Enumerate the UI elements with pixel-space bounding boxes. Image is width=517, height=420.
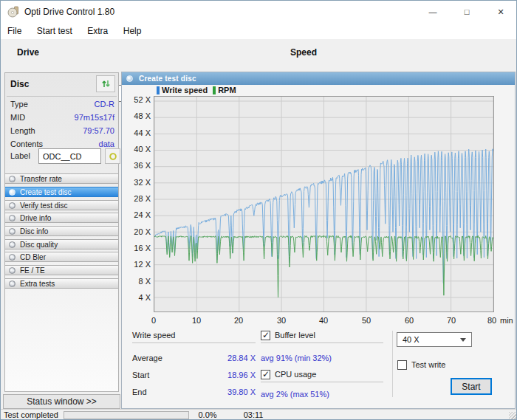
panel-title: Create test disc [139,75,196,83]
y-tick: 44 X [117,128,151,137]
y-tick: 8 X [117,277,151,286]
test-write-checkbox[interactable] [397,360,407,370]
disc-icon [9,254,16,261]
menu-file[interactable]: File [1,23,27,39]
disc-panel-title: Disc [10,79,29,89]
sidebar-item-transfer-rate[interactable]: Transfer rate [5,173,118,184]
sidebar-item-fe-te[interactable]: FE / TE [5,265,118,275]
app-icon [7,6,19,18]
x-tick: 60 [394,316,424,325]
write-speed-select[interactable]: 40 X [397,332,472,347]
disc-icon [9,280,16,287]
disc-field-length: Length 79:57.70 [10,126,114,137]
status-window-button[interactable]: Status window >> [3,394,120,409]
buffer-level-checkbox[interactable] [261,331,270,340]
label-field-caption: Label [10,151,30,160]
disc-refresh-button[interactable] [96,75,115,92]
y-tick: 16 X [117,244,151,252]
disc-icon [9,267,16,274]
y-tick: 24 X [117,210,151,219]
close-button[interactable]: ✕ [484,1,517,23]
divider [261,382,383,382]
x-tick: 40 [309,316,338,325]
title-bar: Opti Drive Control 1.80 — □ ✕ [1,1,517,23]
x-tick: 30 [267,316,296,325]
y-tick: 32 X [117,178,151,187]
disc-icon [126,75,133,82]
sidebar-item-create-test-disc[interactable]: Create test disc [5,187,118,197]
field-label: MID [10,113,25,122]
x-tick: 50 [352,316,381,325]
sidebar-item-drive-info[interactable]: Drive info [5,213,118,223]
y-tick: 4 X [117,293,151,302]
buffer-level-label: Buffer level [275,331,315,340]
sidebar-item-disc-info[interactable]: Disc info [5,226,118,236]
cpu-usage-label: CPU usage [275,370,316,379]
menu-bar: File Start test Extra Help [1,23,517,39]
sidebar-item-disc-quality[interactable]: Disc quality [5,239,118,249]
sidebar-item-label: Disc info [20,227,48,235]
toolbar: Drive (F:) PIONEER BD-RW BDR-S13JX 1.03 … [1,39,517,71]
sidebar-item-label: Verify test disc [20,202,67,210]
x-tick: 10 [182,316,211,325]
end-label: End [132,388,147,396]
x-tick: 20 [224,316,253,325]
start-button[interactable]: Start [451,378,492,395]
disc-label-input[interactable] [38,148,101,164]
x-axis-unit: min [500,316,513,325]
divider [7,96,117,97]
field-label: Contents [10,140,43,148]
disc-icon [9,202,16,209]
menu-help[interactable]: Help [117,23,148,39]
field-label: Length [10,126,35,135]
y-tick: 28 X [117,194,151,203]
y-tick: 12 X [117,260,151,269]
elapsed-time: 03:11 [237,410,270,419]
legend-label-rpm: RPM [218,86,236,94]
maximize-button[interactable]: □ [450,1,484,23]
write-speed-section-title: Write speed [132,331,176,340]
buffer-level-value: avg 91% (min 32%) [261,354,332,362]
resize-grip[interactable] [509,412,516,419]
menu-extra[interactable]: Extra [81,23,114,39]
status-text: Test completed [4,410,58,419]
sidebar-item-label: Disc quality [20,241,58,249]
legend-label-write-speed: Write speed [162,86,208,94]
sidebar-item-label: CD Bler [20,253,46,261]
panel-header: Create test disc [122,72,515,85]
status-bar: Test completed 0.0% 03:11 [1,409,517,420]
speed-label: Speed [290,47,317,58]
progress-bar [64,411,189,419]
cpu-usage-checkbox[interactable] [261,370,270,379]
disc-icon [9,215,16,221]
progress-percent: 0.0% [191,410,224,419]
sidebar-item-label: Drive info [20,214,51,222]
write-speed-rpm-chart [154,97,493,311]
drive-label: Drive [17,47,39,58]
divider [261,342,383,343]
divider [132,342,256,343]
y-tick: 20 X [117,227,151,236]
field-label: Type [10,100,28,109]
x-tick: 70 [436,316,466,325]
minimize-button[interactable]: — [416,1,450,23]
menu-start-test[interactable]: Start test [31,23,78,39]
start-label: Start [132,371,149,379]
chart-plot-area [154,96,494,312]
sidebar-item-label: Extra tests [20,280,55,288]
disc-field-type: Type CD-R [10,100,114,110]
end-value: 39.80 X [193,388,256,396]
disc-icon [9,241,16,248]
cpu-usage-value: avg 2% (max 51%) [261,390,329,399]
sidebar-item-cd-bler[interactable]: CD Bler [5,252,118,262]
test-write-label: Test write [411,360,445,369]
field-value: data [99,140,114,148]
average-label: Average [132,354,162,362]
field-value: 79:57.70 [83,126,114,135]
y-tick: 40 X [117,145,151,154]
rpm-legend-swatch [213,86,216,94]
sidebar-item-extra-tests[interactable]: Extra tests [5,278,118,289]
disc-icon [9,228,16,235]
y-tick: 48 X [117,111,151,120]
sidebar-item-verify-test-disc[interactable]: Verify test disc [5,200,118,210]
